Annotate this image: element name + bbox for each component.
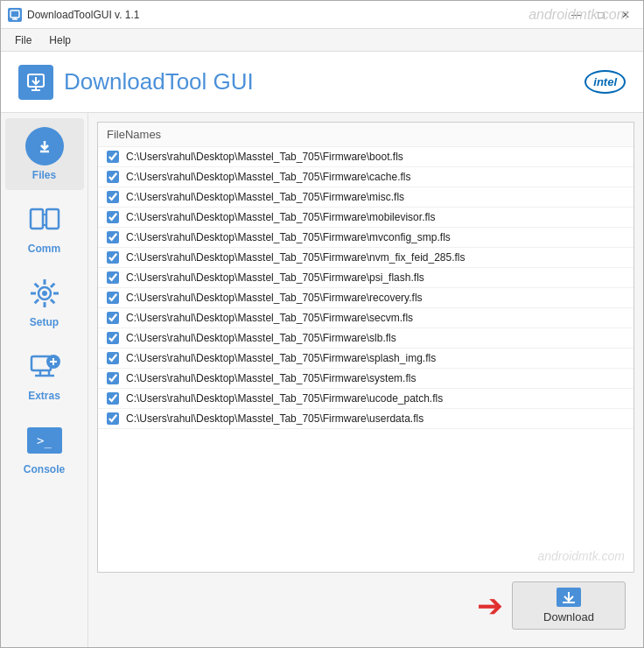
file-list-item[interactable]: C:\Users\rahul\Desktop\Masstel_Tab_705\F…: [98, 369, 634, 389]
sidebar-item-setup[interactable]: Setup: [5, 265, 84, 337]
menu-file[interactable]: File: [6, 32, 40, 48]
svg-line-22: [51, 284, 54, 287]
svg-line-23: [34, 299, 38, 303]
file-name-label: C:\Users\rahul\Desktop\Masstel_Tab_705\F…: [126, 211, 435, 223]
title-bar: DownloadToolGUI v. 1.1 — □ ✕: [1, 1, 643, 29]
file-name-label: C:\Users\rahul\Desktop\Masstel_Tab_705\F…: [126, 352, 436, 364]
file-list-item[interactable]: C:\Users\rahul\Desktop\Masstel_Tab_705\F…: [98, 308, 634, 328]
file-checkbox[interactable]: [107, 392, 119, 405]
file-name-label: C:\Users\rahul\Desktop\Masstel_Tab_705\F…: [126, 292, 423, 304]
svg-line-20: [34, 284, 38, 287]
file-name-label: C:\Users\rahul\Desktop\Masstel_Tab_705\F…: [126, 171, 410, 183]
file-checkbox[interactable]: [107, 191, 119, 203]
svg-rect-11: [46, 209, 59, 229]
file-list-header: FileNames: [98, 123, 634, 147]
arrow-indicator: ➔: [477, 588, 503, 624]
intel-badge: intel: [584, 70, 626, 94]
file-list-item[interactable]: C:\Users\rahul\Desktop\Masstel_Tab_705\F…: [98, 167, 634, 187]
file-list-item[interactable]: C:\Users\rahul\Desktop\Masstel_Tab_705\F…: [98, 147, 634, 167]
minimize-button[interactable]: —: [566, 6, 587, 24]
window-controls: — □ ✕: [566, 6, 636, 24]
bottom-bar: ➔ Download: [97, 573, 634, 638]
file-name-label: C:\Users\rahul\Desktop\Masstel_Tab_705\F…: [126, 231, 451, 243]
sidebar: Files Comm: [1, 113, 88, 647]
file-name-label: C:\Users\rahul\Desktop\Masstel_Tab_705\F…: [126, 392, 443, 405]
header-bar: DownloadTool GUI intel: [1, 52, 643, 113]
main-container: Files Comm: [1, 113, 643, 647]
menu-bar: File Help: [1, 29, 643, 52]
files-icon-circle: [25, 127, 64, 166]
app-wrapper: File Help DownloadTool GUI intel: [1, 29, 643, 647]
file-name-label: C:\Users\rahul\Desktop\Masstel_Tab_705\F…: [126, 271, 424, 284]
download-btn-icon: [556, 588, 581, 607]
console-icon-box: >_: [27, 427, 62, 454]
file-checkbox[interactable]: [107, 372, 119, 384]
sidebar-item-comm[interactable]: Comm: [5, 192, 84, 264]
file-list-item[interactable]: C:\Users\rahul\Desktop\Masstel_Tab_705\F…: [98, 208, 634, 228]
file-list-item[interactable]: C:\Users\rahul\Desktop\Masstel_Tab_705\F…: [98, 409, 634, 429]
file-name-label: C:\Users\rahul\Desktop\Masstel_Tab_705\F…: [126, 332, 396, 344]
setup-icon: [25, 274, 64, 313]
file-name-label: C:\Users\rahul\Desktop\Masstel_Tab_705\F…: [126, 412, 424, 425]
watermark-bottom-list: androidmtk.com: [537, 549, 625, 563]
file-checkbox[interactable]: [107, 171, 119, 183]
file-list-item[interactable]: C:\Users\rahul\Desktop\Masstel_Tab_705\F…: [98, 288, 634, 308]
file-checkbox[interactable]: [107, 271, 119, 284]
sidebar-item-files[interactable]: Files: [5, 118, 84, 190]
file-checkbox[interactable]: [107, 251, 119, 264]
sidebar-console-label: Console: [24, 463, 65, 475]
sidebar-item-console[interactable]: >_ Console: [5, 412, 84, 484]
sidebar-item-extras[interactable]: Extras: [5, 339, 84, 411]
file-list-item[interactable]: C:\Users\rahul\Desktop\Masstel_Tab_705\F…: [98, 248, 634, 268]
app-icon: [8, 8, 22, 22]
file-list-item[interactable]: C:\Users\rahul\Desktop\Masstel_Tab_705\F…: [98, 389, 634, 409]
menu-help[interactable]: Help: [40, 32, 80, 48]
file-checkbox[interactable]: [107, 332, 119, 344]
svg-rect-0: [10, 11, 19, 18]
file-list-item[interactable]: C:\Users\rahul\Desktop\Masstel_Tab_705\F…: [98, 349, 634, 369]
title-bar-left: DownloadToolGUI v. 1.1: [8, 8, 140, 22]
header-logo-icon: [18, 65, 53, 100]
file-name-label: C:\Users\rahul\Desktop\Masstel_Tab_705\F…: [126, 372, 416, 384]
file-checkbox[interactable]: [107, 412, 119, 425]
file-checkbox[interactable]: [107, 211, 119, 223]
window-title: DownloadToolGUI v. 1.1: [27, 9, 140, 21]
sidebar-comm-label: Comm: [28, 243, 60, 255]
download-button[interactable]: Download: [512, 581, 626, 630]
file-checkbox[interactable]: [107, 312, 119, 324]
file-name-label: C:\Users\rahul\Desktop\Masstel_Tab_705\F…: [126, 191, 404, 203]
file-checkbox[interactable]: [107, 292, 119, 304]
file-list-item[interactable]: C:\Users\rahul\Desktop\Masstel_Tab_705\F…: [98, 328, 634, 349]
sidebar-setup-label: Setup: [30, 316, 59, 328]
download-btn-label: Download: [543, 610, 594, 623]
svg-point-15: [42, 291, 47, 296]
svg-rect-10: [31, 209, 43, 229]
maximize-button[interactable]: □: [591, 6, 612, 24]
file-checkbox[interactable]: [107, 231, 119, 243]
svg-line-21: [51, 299, 54, 303]
sidebar-extras-label: Extras: [28, 390, 60, 402]
app-title: DownloadTool GUI: [64, 68, 254, 95]
file-name-label: C:\Users\rahul\Desktop\Masstel_Tab_705\F…: [126, 151, 403, 163]
header-left: DownloadTool GUI: [18, 65, 254, 100]
comm-icon: [25, 201, 64, 239]
close-button[interactable]: ✕: [615, 6, 636, 24]
content-area: FileNames C:\Users\rahul\Desktop\Masstel…: [88, 113, 643, 647]
file-list: C:\Users\rahul\Desktop\Masstel_Tab_705\F…: [98, 147, 634, 429]
extras-icon: [25, 348, 64, 386]
file-name-label: C:\Users\rahul\Desktop\Masstel_Tab_705\F…: [126, 312, 413, 324]
file-checkbox[interactable]: [107, 151, 119, 163]
file-list-item[interactable]: C:\Users\rahul\Desktop\Masstel_Tab_705\F…: [98, 268, 634, 288]
files-icon: [25, 127, 64, 166]
console-icon: >_: [25, 421, 64, 460]
file-list-item[interactable]: C:\Users\rahul\Desktop\Masstel_Tab_705\F…: [98, 228, 634, 248]
sidebar-files-label: Files: [32, 169, 56, 181]
file-checkbox[interactable]: [107, 352, 119, 364]
main-window: DownloadToolGUI v. 1.1 — □ ✕ androidmtk.…: [0, 0, 644, 648]
file-name-label: C:\Users\rahul\Desktop\Masstel_Tab_705\F…: [126, 251, 466, 264]
file-list-item[interactable]: C:\Users\rahul\Desktop\Masstel_Tab_705\F…: [98, 187, 634, 208]
file-list-container: FileNames C:\Users\rahul\Desktop\Masstel…: [97, 122, 634, 573]
